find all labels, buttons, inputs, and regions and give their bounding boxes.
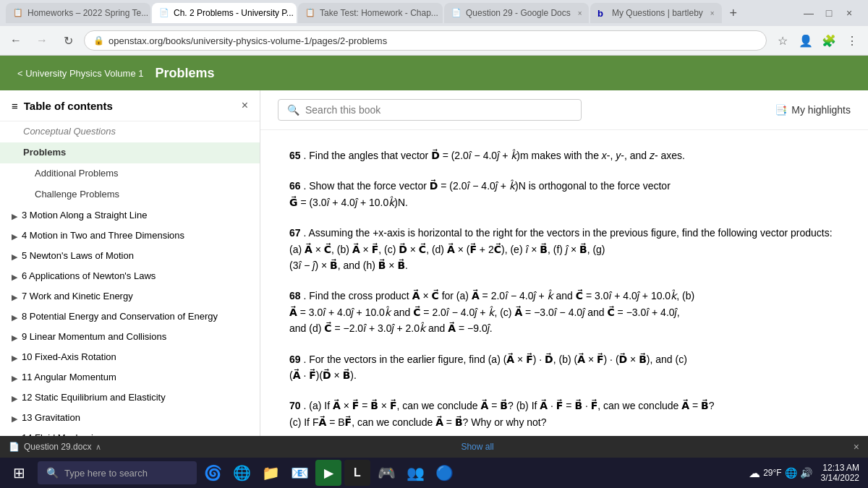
sidebar: ≡ Table of contents × Conceptual Questio… (0, 90, 260, 488)
search-icon: 🔍 (287, 104, 299, 116)
problem-68: 68 . Find the cross product A⃗ × C⃗ for … (289, 288, 839, 336)
toc-arrow-icon: ▶ (12, 333, 17, 343)
toc-arrow-icon: ▶ (12, 293, 17, 302)
doc-bar-close-button[interactable]: × (854, 441, 859, 453)
toc-item-ch8[interactable]: ▶ 8 Potential Energy and Conservation of… (0, 307, 260, 327)
tab-4[interactable]: 📄 Question 29 - Google Docs × (444, 3, 589, 23)
content-area: 🔍 📑 My highlights 65 . Find the angles t… (260, 90, 868, 488)
address-bar[interactable]: 🔒 openstax.org/books/university-physics-… (84, 30, 767, 51)
highlights-icon: 📑 (775, 104, 787, 116)
tab-5-close[interactable]: × (710, 9, 715, 17)
window-controls: — □ × (801, 6, 862, 20)
toc-item-label: 6 Applications of Newton's Laws (22, 270, 248, 281)
search-box[interactable]: 🔍 (278, 99, 582, 121)
toc-arrow-icon: ▶ (12, 273, 17, 282)
toc-arrow-icon: ▶ (12, 212, 17, 221)
toc-arrow-icon: ▶ (12, 232, 17, 241)
sidebar-header: ≡ Table of contents × (0, 90, 260, 121)
taskbar-edge-icon[interactable]: 🌀 (200, 460, 226, 486)
problem-66-text: . Show that the force vector D⃗ = (2.0î … (289, 180, 671, 207)
taskbar-teams-icon[interactable]: 👥 (402, 460, 428, 486)
extensions-button[interactable]: 🧩 (819, 30, 839, 51)
toc-item-ch7[interactable]: ▶ 7 Work and Kinetic Energy (0, 286, 260, 307)
problem-65-text: . Find the angles that vector D⃗ = (2.0î… (303, 150, 685, 161)
taskbar-game-icon[interactable]: 🎮 (373, 460, 399, 486)
toc-item-conceptual-questions[interactable]: Conceptual Questions (0, 121, 260, 142)
temperature-text: 29°F (763, 468, 781, 478)
toc-item-ch11[interactable]: ▶ 11 Angular Momentum (0, 367, 260, 388)
sound-icon: 🔊 (800, 467, 812, 479)
maximize-button[interactable]: □ (822, 6, 836, 20)
taskbar-file-icon[interactable]: 📁 (258, 460, 284, 486)
doc-arrow-icon: ∧ (95, 442, 101, 452)
toc-item-label: 8 Potential Energy and Conservation of E… (22, 311, 248, 322)
toc-item-label: 5 Newton's Laws of Motion (22, 250, 248, 261)
taskbar-chrome-icon[interactable]: 🌐 (229, 460, 255, 486)
toc-item-ch4[interactable]: ▶ 4 Motion in Two and Three Dimensions (0, 226, 260, 246)
sidebar-close-button[interactable]: × (242, 99, 248, 112)
taskbar-search-input[interactable] (64, 468, 188, 479)
network-icon: 🌐 (785, 467, 797, 479)
toc-item-ch12[interactable]: ▶ 12 Static Equilibrium and Elasticity (0, 388, 260, 408)
toc-item-additional-problems[interactable]: Additional Problems (0, 163, 260, 184)
toc-item-ch6[interactable]: ▶ 6 Applications of Newton's Laws (0, 266, 260, 286)
show-all-button[interactable]: Show all (461, 442, 493, 452)
tab-2-favicon: 📄 (159, 8, 169, 18)
tab-4-favicon: 📄 (451, 8, 461, 18)
new-tab-button[interactable]: + (723, 3, 744, 23)
back-link[interactable]: < University Physics Volume 1 (17, 68, 143, 79)
problem-65: 65 . Find the angles that vector D⃗ = (2… (289, 147, 839, 163)
problem-67-num: 67 (289, 227, 301, 239)
search-input[interactable] (305, 104, 572, 116)
tab-4-close[interactable]: × (578, 9, 582, 17)
back-button[interactable]: ← (6, 30, 26, 51)
toc-item-challenge-problems[interactable]: Challenge Problems (0, 184, 260, 205)
forward-button[interactable]: → (32, 30, 52, 51)
highlights-button[interactable]: 📑 My highlights (775, 104, 851, 116)
close-window-button[interactable]: × (842, 6, 856, 20)
problem-68-num: 68 (289, 290, 301, 301)
system-tray: ☁ 29°F 🌐 🔊 (749, 466, 812, 480)
toc-icon: ≡ (12, 100, 18, 112)
reload-button[interactable]: ↻ (58, 30, 78, 51)
toc-arrow-icon: ▶ (12, 394, 17, 403)
start-button[interactable]: ⊞ (3, 459, 35, 487)
toc-item-label: 12 Static Equilibrium and Elasticity (22, 392, 248, 403)
problem-68-text: . Find the cross product A⃗ × C⃗ for (a)… (289, 290, 694, 334)
toc-arrow-icon: ▶ (12, 374, 17, 383)
tab-bar: 📋 Homeworks – 2022 Spring Te... × 📄 Ch. … (0, 0, 868, 26)
toc-item-ch9[interactable]: ▶ 9 Linear Momentum and Collisions (0, 327, 260, 347)
taskbar-time: 12:13 AM 3/14/2022 (815, 463, 865, 483)
taskbar-mail-icon[interactable]: 📧 (286, 460, 312, 486)
problem-65-num: 65 (289, 150, 301, 161)
tab-2[interactable]: 📄 Ch. 2 Problems - University P... × (152, 3, 297, 23)
taskbar-media-icon[interactable]: ▶ (315, 460, 341, 486)
taskbar-l-icon[interactable]: L (344, 460, 370, 486)
tab-1[interactable]: 📋 Homeworks – 2022 Spring Te... × (6, 3, 150, 23)
taskbar-circle-icon[interactable]: 🔵 (431, 460, 457, 486)
tab-5[interactable]: b My Questions | bartleby × (590, 3, 722, 23)
minimize-button[interactable]: — (801, 6, 816, 20)
toc-item-ch10[interactable]: ▶ 10 Fixed-Axis Rotation (0, 347, 260, 367)
bookmark-button[interactable]: ☆ (773, 30, 793, 51)
toc-item-ch13[interactable]: ▶ 13 Gravitation (0, 408, 260, 428)
tab-3-label: Take Test: Homework - Chap... (320, 8, 438, 18)
toc-arrow-icon: ▶ (12, 313, 17, 322)
toc-item-label: Additional Problems (35, 168, 248, 180)
tab-4-label: Question 29 - Google Docs (466, 8, 571, 18)
taskbar: ⊞ 🔍 🌀 🌐 📁 📧 ▶ L 🎮 👥 🔵 ☁ 29°F 🌐 🔊 12:13 A… (0, 458, 868, 488)
problem-70-num: 70 (289, 400, 301, 411)
toc-item-problems[interactable]: Problems (0, 142, 260, 163)
cloud-icon: ☁ (749, 466, 760, 480)
doc-bar-item[interactable]: 📄 Question 29.docx ∧ (9, 442, 101, 452)
toc-item-label: 9 Linear Momentum and Collisions (22, 331, 248, 342)
taskbar-search[interactable]: 🔍 (38, 461, 197, 484)
toc-item-label: 11 Angular Momentum (22, 372, 248, 382)
profile-button[interactable]: 👤 (796, 30, 816, 51)
doc-filename: Question 29.docx (24, 442, 91, 452)
more-button[interactable]: ⋮ (842, 30, 862, 51)
toc-item-ch5[interactable]: ▶ 5 Newton's Laws of Motion (0, 246, 260, 266)
tab-5-favicon: b (597, 8, 608, 18)
tab-3[interactable]: 📋 Take Test: Homework - Chap... × (298, 3, 443, 23)
toc-item-ch3[interactable]: ▶ 3 Motion Along a Straight Line (0, 205, 260, 226)
